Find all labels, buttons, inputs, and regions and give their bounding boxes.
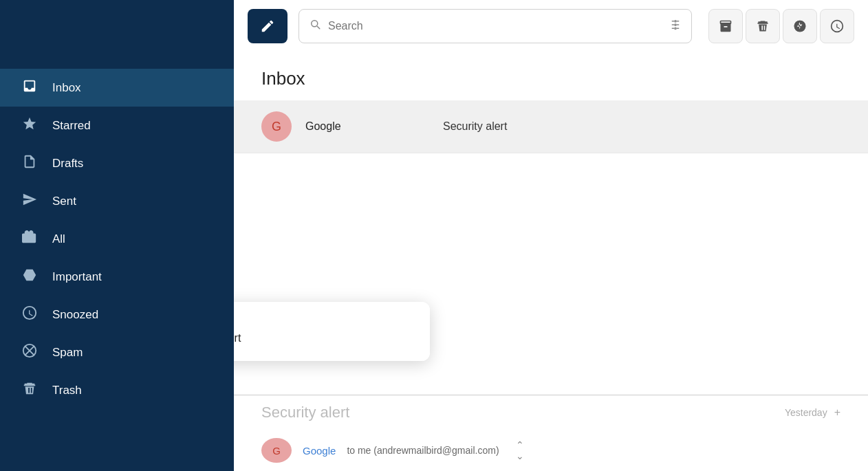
notification-text: Google Security alert	[234, 319, 413, 344]
email-row[interactable]: G Google Security alert	[234, 100, 868, 153]
all-icon	[21, 230, 39, 248]
avatar: G	[261, 111, 292, 142]
email-detail-header: Security alert Yesterday +	[234, 395, 868, 430]
sidebar-item-all[interactable]: All	[0, 220, 234, 258]
email-to: to me (andrewmailbird@gmail.com)	[347, 445, 499, 456]
sidebar-item-sent[interactable]: Sent	[0, 182, 234, 220]
inbox-content: Inbox G Google Security alert	[234, 52, 868, 153]
inbox-title: Inbox	[234, 52, 868, 100]
sidebar-item-trash-label: Trash	[52, 384, 82, 397]
svg-point-1	[675, 20, 676, 21]
delete-button[interactable]	[746, 9, 780, 43]
star-icon	[21, 116, 39, 135]
toolbar-actions	[708, 9, 854, 43]
email-detail-subject: Security alert	[261, 404, 349, 421]
email-detail-from: G Google to me (andrewmailbird@gmail.com…	[234, 430, 868, 471]
sidebar-item-inbox-label: Inbox	[52, 81, 81, 95]
svg-point-3	[675, 28, 676, 29]
sidebar-item-sent-label: Sent	[52, 195, 76, 208]
draft-icon	[21, 154, 39, 173]
search-bar[interactable]	[299, 9, 692, 43]
sidebar-item-starred[interactable]: Starred	[0, 107, 234, 144]
snoozed-icon	[21, 305, 39, 324]
topbar	[234, 0, 868, 52]
sidebar-item-spam-label: Spam	[52, 346, 83, 360]
important-icon	[21, 267, 39, 286]
svg-point-2	[675, 23, 676, 25]
detail-avatar: G	[261, 438, 292, 463]
sidebar-item-snoozed-label: Snoozed	[52, 308, 98, 322]
inbox-icon	[21, 78, 39, 97]
sidebar-item-snoozed[interactable]: Snoozed	[0, 296, 234, 333]
main-content: Inbox G Google Security alert Security a…	[234, 0, 868, 471]
trash-icon	[21, 381, 39, 399]
email-from-name: Google	[303, 445, 336, 457]
notification-sender: Google	[234, 319, 413, 331]
snooze-button[interactable]	[820, 9, 854, 43]
add-icon[interactable]: +	[834, 406, 840, 419]
search-input[interactable]	[328, 20, 662, 32]
notification-popup[interactable]: G Google Security alert	[234, 302, 430, 361]
sent-icon	[21, 192, 39, 210]
email-detail-date: Yesterday	[785, 407, 827, 418]
sidebar-item-important[interactable]: Important	[0, 258, 234, 296]
sidebar: Inbox Starred Drafts Sent All Important	[0, 0, 234, 471]
archive-button[interactable]	[708, 9, 743, 43]
filter-icon[interactable]	[669, 19, 682, 34]
block-button[interactable]	[783, 9, 817, 43]
sidebar-item-trash[interactable]: Trash	[0, 371, 234, 409]
email-sender: Google	[305, 120, 429, 133]
sidebar-item-all-label: All	[52, 232, 65, 246]
spam-icon	[21, 343, 39, 362]
sidebar-item-drafts[interactable]: Drafts	[0, 144, 234, 182]
search-icon	[309, 18, 321, 34]
sidebar-item-inbox[interactable]: Inbox	[0, 69, 234, 107]
sidebar-item-drafts-label: Drafts	[52, 157, 83, 171]
email-detail: Security alert Yesterday + G Google to m…	[234, 395, 868, 471]
sidebar-item-starred-label: Starred	[52, 119, 91, 133]
email-subject: Security alert	[443, 120, 840, 133]
expand-icon[interactable]: ⌃⌄	[516, 439, 524, 461]
compose-button[interactable]	[248, 9, 287, 43]
inbox-area: Inbox G Google Security alert Security a…	[234, 52, 868, 471]
notification-subject: Security alert	[234, 332, 413, 344]
sidebar-item-spam[interactable]: Spam	[0, 333, 234, 371]
sidebar-item-important-label: Important	[52, 270, 102, 284]
